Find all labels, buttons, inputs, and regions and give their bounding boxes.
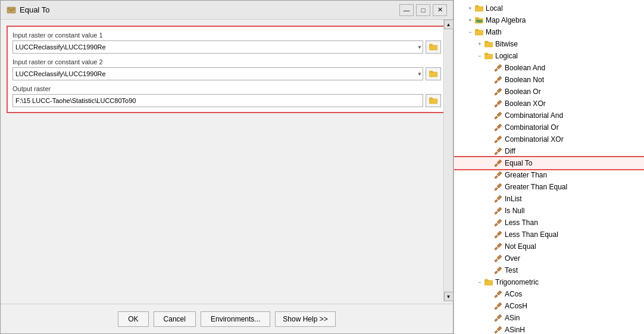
tree-item-acosh[interactable]: ACosH [454, 300, 644, 312]
tree-item-greater-than[interactable]: Greater Than [454, 169, 644, 181]
tree-icon-local [474, 4, 484, 13]
close-button[interactable]: ✕ [433, 4, 447, 16]
tree-item-inlist[interactable]: InList [454, 193, 644, 205]
tree-label-less-than-equal: Less Than Equal [505, 230, 558, 239]
tree-item-map-algebra[interactable]: + Map Algebra [454, 14, 644, 26]
tree-icon-combinatorial-or [493, 123, 503, 132]
tree-item-boolean-and[interactable]: Boolean And [454, 62, 644, 74]
input2-select[interactable]: LUCCReclassify\LUCC1990Re [12, 67, 423, 80]
expand-icon-trigonometric[interactable]: − [476, 278, 484, 286]
tree-label-not-equal: Not Equal [505, 242, 536, 251]
expand-spacer-boolean-xor [485, 99, 493, 108]
expand-spacer-inlist [485, 195, 493, 203]
tree-label-math: Math [486, 28, 502, 36]
tree-icon-math [474, 27, 484, 37]
expand-spacer-boolean-and [485, 64, 493, 72]
tree-item-boolean-xor[interactable]: Boolean XOr [454, 98, 644, 110]
expand-spacer-not-equal [485, 242, 493, 251]
tree-label-is-null: Is Null [505, 207, 524, 215]
input2-browse-button[interactable] [426, 67, 441, 80]
folder-icon [429, 43, 437, 51]
expand-icon-bitwise[interactable]: + [476, 40, 484, 48]
output-input[interactable] [12, 94, 423, 107]
tree-icon-greater-than [493, 170, 503, 180]
tree-item-test[interactable]: Test [454, 264, 644, 276]
environments-button[interactable]: Environments... [201, 311, 270, 327]
input1-group: Input raster or constant value 1 LUCCRec… [12, 32, 441, 54]
svg-rect-24 [495, 235, 498, 239]
input2-label: Input raster or constant value 2 [12, 58, 441, 65]
expand-icon-math[interactable]: − [466, 28, 474, 36]
tree-item-bitwise[interactable]: + Bitwise [454, 38, 644, 50]
tree-item-over[interactable]: Over [454, 252, 644, 264]
scroll-up-button[interactable]: ▲ [444, 20, 454, 29]
tree-item-trigonometric[interactable]: − Trigonometric [454, 276, 644, 288]
svg-rect-19 [495, 176, 498, 179]
tree-item-greater-than-equal[interactable]: Greater Than Equal [454, 181, 644, 193]
tree-icon-acos [493, 289, 503, 299]
expand-spacer-asin [485, 314, 493, 322]
tree-label-greater-than: Greater Than [505, 171, 547, 179]
tree-item-less-than[interactable]: Less Than [454, 217, 644, 229]
tree-icon-boolean-not [493, 75, 503, 85]
tree-label-trigonometric: Trigonometric [495, 278, 539, 286]
tree-item-logical[interactable]: − Logical [454, 50, 644, 62]
input1-label: Input raster or constant value 1 [12, 32, 441, 39]
svg-rect-8 [484, 42, 493, 47]
expand-spacer-diff [485, 147, 493, 155]
ok-button[interactable]: OK [118, 311, 148, 327]
tree-label-bitwise: Bitwise [495, 40, 518, 48]
expand-icon-map-algebra[interactable]: + [466, 16, 474, 24]
tree-label-map-algebra: Map Algebra [486, 16, 526, 24]
cancel-button[interactable]: Cancel [154, 311, 196, 327]
expand-spacer-equal-to [485, 159, 493, 167]
tree-item-combinatorial-and[interactable]: Combinatorial And [454, 110, 644, 121]
tree-item-acos[interactable]: ACos [454, 288, 644, 300]
minimize-button[interactable]: — [399, 4, 414, 16]
tree-icon-trigonometric [484, 277, 493, 287]
tree-icon-asinh [493, 325, 503, 334]
tree-item-boolean-or[interactable]: Boolean Or [454, 86, 644, 98]
tree-label-local: Local [486, 4, 503, 13]
expand-spacer-boolean-not [485, 76, 493, 84]
svg-rect-25 [495, 247, 498, 251]
dialog-content: Input raster or constant value 1 LUCCRec… [1, 20, 453, 304]
tree-label-inlist: InList [505, 195, 522, 203]
expand-icon-local[interactable]: + [466, 4, 474, 13]
output-label: Output raster [12, 85, 441, 92]
tree-item-not-equal[interactable]: Not Equal [454, 241, 644, 252]
tree-icon-not-equal [493, 242, 503, 251]
tree-label-asinh: ASinH [505, 326, 525, 334]
scroll-down-button[interactable]: ▼ [444, 292, 454, 301]
input1-select-wrapper[interactable]: LUCCReclassify\LUCC1990Re ▼ [12, 40, 423, 54]
tree-item-math[interactable]: − Math [454, 26, 644, 38]
scrollbar[interactable]: ▲ ▼ [443, 20, 453, 301]
tree-item-equal-to[interactable]: Equal To [454, 157, 644, 169]
tree-icon-inlist [493, 194, 503, 204]
expand-icon-logical[interactable]: − [476, 52, 484, 60]
maximize-button[interactable]: □ [416, 4, 430, 16]
input1-browse-button[interactable] [426, 40, 441, 54]
input1-select[interactable]: LUCCReclassify\LUCC1990Re [12, 40, 423, 54]
expand-spacer-is-null [485, 207, 493, 215]
tree-item-combinatorial-xor[interactable]: Combinatorial XOr [454, 133, 644, 145]
tree-item-diff[interactable]: Diff [454, 145, 644, 157]
dialog-icon [7, 5, 16, 15]
svg-rect-0 [7, 7, 15, 13]
tree-icon-less-than-equal [493, 230, 503, 239]
tree-item-asin[interactable]: ASin [454, 312, 644, 324]
svg-rect-1 [429, 45, 437, 50]
tree-item-combinatorial-or[interactable]: Combinatorial Or [454, 121, 644, 133]
show-help-button[interactable]: Show Help >> [275, 311, 335, 327]
scroll-track[interactable] [445, 29, 453, 292]
tree-item-less-than-equal[interactable]: Less Than Equal [454, 229, 644, 241]
output-browse-button[interactable] [426, 94, 441, 107]
tree-item-asinh[interactable]: ASinH [454, 324, 644, 334]
tree-item-boolean-not[interactable]: Boolean Not [454, 74, 644, 86]
tree-label-diff: Diff [505, 147, 515, 155]
tree-item-is-null[interactable]: Is Null [454, 205, 644, 217]
input2-select-wrapper[interactable]: LUCCReclassify\LUCC1990Re ▼ [12, 67, 423, 80]
tree-item-local[interactable]: + Local [454, 2, 644, 14]
tree-label-boolean-or: Boolean Or [505, 88, 541, 96]
output-row [12, 94, 441, 107]
